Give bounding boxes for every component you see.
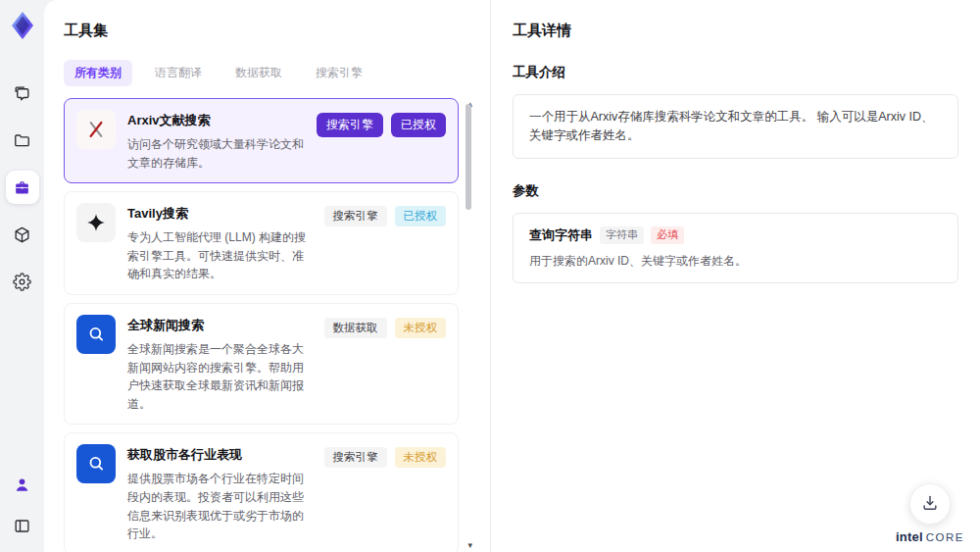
app-window: 工具集 所有类别语言翻译数据获取搜索引擎 Arxiv文献搜索访问各个研究领域大量… [0, 0, 980, 552]
arxiv-x-icon [76, 110, 116, 149]
tab-1[interactable]: 语言翻译 [144, 60, 213, 86]
sidebar-nav [6, 76, 39, 298]
param-desc: 用于搜索的Arxiv ID、关键字或作者姓名。 [529, 253, 942, 270]
tool-desc: 提供股票市场各个行业在特定时间段内的表现。投资者可以利用这些信息来识别表现优于或… [127, 470, 313, 542]
download-button[interactable] [909, 483, 951, 525]
intel-core-logo: intel core [896, 529, 964, 544]
folder-icon [13, 131, 31, 150]
tool-title: 全球新闻搜索 [127, 317, 313, 334]
detail-title: 工具详情 [513, 22, 958, 40]
chat-icon [13, 84, 31, 103]
param-type-badge: 字符串 [600, 226, 644, 244]
tool-title: Tavily搜索 [127, 205, 313, 223]
tool-card[interactable]: Arxiv文献搜索访问各个研究领域大量科学论文和文章的存储库。搜索引擎已授权 [64, 98, 459, 183]
panel-toggle-icon [13, 517, 31, 535]
tool-card[interactable]: 获取股市各行业表现提供股票市场各个行业在特定时间段内的表现。投资者可以利用这些信… [64, 432, 459, 552]
tab-3[interactable]: 搜索引擎 [305, 60, 373, 86]
scrollbar[interactable]: ▴ ▾ [464, 102, 472, 548]
tool-desc: 访问各个研究领域大量科学论文和文章的存储库。 [127, 135, 305, 172]
tool-card[interactable]: 全球新闻搜索全球新闻搜索是一个聚合全球各大新闻网站内容的搜索引擎。帮助用户快速获… [64, 303, 459, 425]
gem-logo-icon[interactable] [7, 10, 38, 41]
tool-desc: 专为人工智能代理 (LLM) 构建的搜索引擎工具。可快速提供实时、准确和真实的结… [127, 228, 313, 283]
intel-wordmark: intel [896, 529, 923, 544]
sparkle-icon [76, 203, 116, 242]
status-badge: 未授权 [395, 318, 447, 338]
scrollbar-thumb[interactable] [466, 104, 471, 210]
sidebar-item-panel[interactable] [6, 509, 39, 542]
sidebar-item-package[interactable] [6, 218, 39, 251]
intro-box: 一个用于从Arxiv存储库搜索科学论文和文章的工具。 输入可以是Arxiv ID… [513, 94, 958, 159]
sidebar-item-folder[interactable] [6, 124, 39, 157]
main-content: 工具集 所有类别语言翻译数据获取搜索引擎 Arxiv文献搜索访问各个研究领域大量… [44, 0, 980, 552]
tool-title: 获取股市各行业表现 [127, 446, 313, 464]
category-tabs: 所有类别语言翻译数据获取搜索引擎 [64, 60, 472, 86]
sidebar-bottom [6, 468, 39, 552]
news-search-icon [76, 315, 116, 354]
tab-0[interactable]: 所有类别 [64, 60, 132, 86]
sidebar-item-settings[interactable] [6, 265, 39, 298]
tool-desc: 全球新闻搜索是一个聚合全球各大新闻网站内容的搜索引擎。帮助用户快速获取全球最新资… [127, 340, 313, 413]
params-heading: 参数 [513, 182, 958, 200]
param-box: 查询字符串 字符串 必填 用于搜索的Arxiv ID、关键字或作者姓名。 [513, 213, 958, 283]
status-badge: 已授权 [391, 113, 446, 137]
download-icon [920, 493, 940, 516]
settings-gear-icon [13, 273, 31, 291]
package-icon [13, 226, 31, 244]
category-tag: 搜索引擎 [324, 206, 387, 226]
intro-heading: 工具介绍 [513, 64, 958, 81]
scroll-down-icon[interactable]: ▾ [467, 541, 472, 550]
tool-title: Arxiv文献搜索 [127, 112, 305, 129]
tab-2[interactable]: 数据获取 [224, 60, 293, 86]
user-avatar-icon [13, 476, 31, 494]
intro-text: 一个用于从Arxiv存储库搜索科学论文和文章的工具。 输入可以是Arxiv ID… [529, 108, 942, 145]
param-head: 查询字符串 字符串 必填 [529, 226, 942, 244]
category-tag: 搜索引擎 [324, 447, 387, 468]
status-badge: 未授权 [395, 447, 447, 468]
sidebar-rail [0, 0, 44, 552]
param-required-badge: 必填 [651, 226, 684, 244]
sidebar-item-toolbox[interactable] [6, 171, 39, 204]
category-tag: 数据获取 [324, 318, 387, 338]
news-search-icon [76, 444, 116, 483]
status-badge: 已授权 [395, 206, 447, 226]
toolbox-icon [13, 178, 31, 197]
param-name: 查询字符串 [529, 226, 593, 244]
category-tag: 搜索引擎 [317, 113, 383, 137]
tool-detail-panel: 工具详情 工具介绍 一个用于从Arxiv存储库搜索科学论文和文章的工具。 输入可… [490, 0, 980, 552]
tool-card[interactable]: Tavily搜索专为人工智能代理 (LLM) 构建的搜索引擎工具。可快速提供实时… [64, 191, 459, 295]
sidebar-item-chat[interactable] [6, 76, 39, 110]
tool-list-panel: 工具集 所有类别语言翻译数据获取搜索引擎 Arxiv文献搜索访问各个研究领域大量… [44, 0, 490, 552]
sidebar-item-user[interactable] [6, 468, 39, 501]
corner-widgets: intel core [896, 483, 964, 544]
page-title: 工具集 [64, 22, 472, 40]
tool-list: Arxiv文献搜索访问各个研究领域大量科学论文和文章的存储库。搜索引擎已授权Ta… [64, 98, 472, 552]
core-wordmark: core [926, 531, 964, 543]
